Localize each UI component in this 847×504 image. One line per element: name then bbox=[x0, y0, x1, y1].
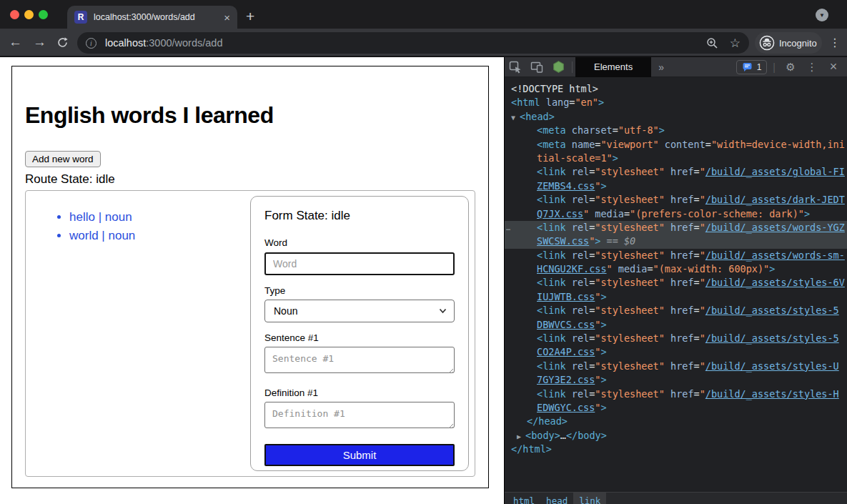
code-token: " bbox=[700, 277, 705, 288]
resource-link[interactable]: /build/_assets/words-YGZ bbox=[705, 222, 845, 233]
code-token: <link bbox=[537, 332, 572, 344]
resource-link[interactable]: SWCSW.css bbox=[537, 235, 589, 247]
dom-tree-line[interactable]: <link rel="stylesheet" href="/build/_ass… bbox=[505, 193, 847, 207]
resource-link[interactable]: HCNGU2KF.css bbox=[537, 263, 607, 275]
devtools-close-icon[interactable]: × bbox=[823, 57, 844, 77]
close-window-button[interactable] bbox=[10, 10, 19, 19]
dom-tree-line[interactable]: <html lang="en"> bbox=[505, 96, 847, 109]
word-link[interactable]: world | noun bbox=[69, 229, 135, 242]
code-token: > bbox=[600, 319, 606, 330]
dom-tree-line[interactable]: <meta charset="utf-8"> bbox=[505, 124, 847, 137]
address-bar[interactable]: i localhost:3000/words/add ☆ bbox=[77, 32, 749, 54]
breadcrumb-item-html[interactable]: html bbox=[507, 493, 540, 504]
dom-tree-line[interactable]: …<link rel="stylesheet" href="/build/_as… bbox=[505, 221, 847, 234]
gear-icon[interactable]: ⚙ bbox=[780, 57, 801, 77]
more-tabs-icon[interactable]: » bbox=[658, 61, 664, 73]
code-token bbox=[659, 139, 665, 150]
code-token: <link bbox=[537, 194, 572, 205]
code-token: rel bbox=[572, 194, 589, 205]
inspect-element-icon[interactable] bbox=[505, 57, 526, 77]
dom-tree-line[interactable]: DBWVCS.css"> bbox=[505, 318, 847, 332]
dom-tree-line[interactable]: <link rel="stylesheet" href="/build/_ass… bbox=[505, 165, 847, 179]
sentence-textarea[interactable] bbox=[264, 347, 455, 373]
dom-tree-line[interactable]: SWCSW.css"> == $0 bbox=[505, 234, 847, 248]
code-token: > bbox=[769, 263, 775, 275]
dom-tree-line[interactable]: CO2A4P.css"> bbox=[505, 345, 847, 359]
minimize-window-button[interactable] bbox=[24, 10, 34, 19]
site-info-icon[interactable]: i bbox=[86, 38, 96, 49]
resource-link[interactable]: DBWVCS.css bbox=[537, 319, 595, 330]
dom-tree-line[interactable]: ▶ <body>…</body> bbox=[505, 429, 847, 443]
devtools-menu-icon[interactable]: ⋮ bbox=[801, 57, 823, 77]
code-token: <body> bbox=[525, 430, 560, 441]
reload-icon[interactable] bbox=[56, 29, 69, 56]
resource-link[interactable]: /build/_assets/global-FI bbox=[705, 166, 845, 177]
code-token: </head> bbox=[527, 415, 568, 427]
back-icon[interactable]: ← bbox=[9, 29, 22, 56]
resource-link[interactable]: /build/_assets/styles-H bbox=[705, 388, 839, 400]
resource-link[interactable]: CO2A4P.css bbox=[537, 346, 595, 357]
resource-link[interactable]: ZEMBS4.css bbox=[537, 180, 595, 192]
dom-tree-line[interactable]: <link rel="stylesheet" href="/build/_ass… bbox=[505, 304, 847, 317]
type-select[interactable]: Noun bbox=[264, 300, 455, 322]
dom-tree-line[interactable]: </html> bbox=[505, 443, 847, 456]
titlebar: R localhost:3000/words/add × + ▼ bbox=[0, 0, 847, 29]
tab-close-icon[interactable]: × bbox=[224, 12, 230, 23]
dom-tree-line[interactable]: tial-scale=1"> bbox=[505, 152, 847, 165]
add-new-word-button[interactable]: Add new word bbox=[25, 151, 101, 167]
dom-tree-line[interactable]: IUJWTB.css"> bbox=[505, 290, 847, 304]
definition-textarea[interactable] bbox=[264, 402, 455, 428]
code-token bbox=[665, 166, 670, 177]
code-token: </html> bbox=[511, 443, 552, 455]
fullscreen-window-button[interactable] bbox=[39, 10, 48, 19]
dom-tree-line[interactable]: <!DOCTYPE html> bbox=[505, 82, 847, 96]
dom-tree-line[interactable]: <link rel="stylesheet" href="/build/_ass… bbox=[505, 332, 847, 345]
nodejs-extension-icon[interactable] bbox=[548, 57, 569, 77]
zoom-icon[interactable] bbox=[706, 37, 718, 49]
resource-link[interactable]: /build/_assets/words-sm- bbox=[705, 249, 845, 261]
dom-tree-line[interactable]: <meta name="viewport" content="width=dev… bbox=[505, 138, 847, 152]
code-token bbox=[665, 222, 670, 233]
browser-menu-icon[interactable]: ⋮ bbox=[829, 29, 841, 56]
code-token: > bbox=[600, 374, 606, 385]
device-toolbar-icon[interactable] bbox=[526, 57, 548, 77]
bookmark-star-icon[interactable]: ☆ bbox=[730, 36, 740, 51]
forward-icon[interactable]: → bbox=[33, 29, 46, 56]
resource-link[interactable]: /build/_assets/dark-JEDT bbox=[705, 194, 845, 205]
dom-tree-line[interactable]: 7GY3E2.css"> bbox=[505, 373, 847, 387]
resource-link[interactable]: /build/_assets/styles-5 bbox=[705, 305, 839, 316]
code-token: " bbox=[700, 360, 705, 372]
code-token: rel bbox=[572, 166, 589, 177]
code-token: " bbox=[700, 166, 705, 177]
resource-link[interactable]: EDWGYC.css bbox=[537, 402, 595, 413]
dom-tree-line[interactable]: EDWGYC.css"> bbox=[505, 401, 847, 415]
breadcrumb-item-head[interactable]: head bbox=[540, 493, 573, 504]
dom-tree-line[interactable]: <link rel="stylesheet" href="/build/_ass… bbox=[505, 276, 847, 290]
incognito-icon bbox=[759, 35, 775, 51]
resource-link[interactable]: /build/_assets/styles-5 bbox=[705, 332, 839, 344]
dom-tree-line[interactable]: <link rel="stylesheet" href="/build/_ass… bbox=[505, 249, 847, 262]
word-input[interactable] bbox=[264, 252, 455, 275]
issues-counter[interactable]: 1 bbox=[736, 60, 768, 74]
breadcrumb-item-link[interactable]: link bbox=[573, 493, 606, 504]
submit-button[interactable]: Submit bbox=[264, 444, 455, 466]
resource-link[interactable]: Q7JX.css bbox=[537, 208, 583, 219]
resource-link[interactable]: /build/_assets/styles-U bbox=[705, 360, 839, 372]
dom-tree-line[interactable]: ZEMBS4.css"> bbox=[505, 179, 847, 193]
dom-tree-line[interactable]: Q7JX.css" media="(prefers-color-scheme: … bbox=[505, 207, 847, 221]
resource-link[interactable]: IUJWTB.css bbox=[537, 291, 595, 302]
dom-tree-line[interactable]: <link rel="stylesheet" href="/build/_ass… bbox=[505, 387, 847, 401]
tab-search-icon[interactable]: ▼ bbox=[816, 9, 828, 21]
dom-tree-line[interactable]: ▼ <head> bbox=[505, 110, 847, 124]
tab-elements[interactable]: Elements bbox=[575, 57, 651, 77]
new-tab-button[interactable]: + bbox=[246, 9, 254, 24]
browser-tab[interactable]: R localhost:3000/words/add × bbox=[67, 6, 237, 29]
dom-tree-line[interactable]: <link rel="stylesheet" href="/build/_ass… bbox=[505, 360, 847, 373]
toolbar-divider: | bbox=[773, 61, 776, 73]
code-token: media bbox=[618, 263, 648, 275]
resource-link[interactable]: 7GY3E2.css bbox=[537, 374, 595, 385]
dom-tree-line[interactable]: </head> bbox=[505, 415, 847, 428]
resource-link[interactable]: /build/_assets/styles-6V bbox=[705, 277, 845, 288]
dom-tree-line[interactable]: HCNGU2KF.css" media="(max-width: 600px)"… bbox=[505, 262, 847, 276]
word-link[interactable]: hello | noun bbox=[69, 210, 132, 224]
